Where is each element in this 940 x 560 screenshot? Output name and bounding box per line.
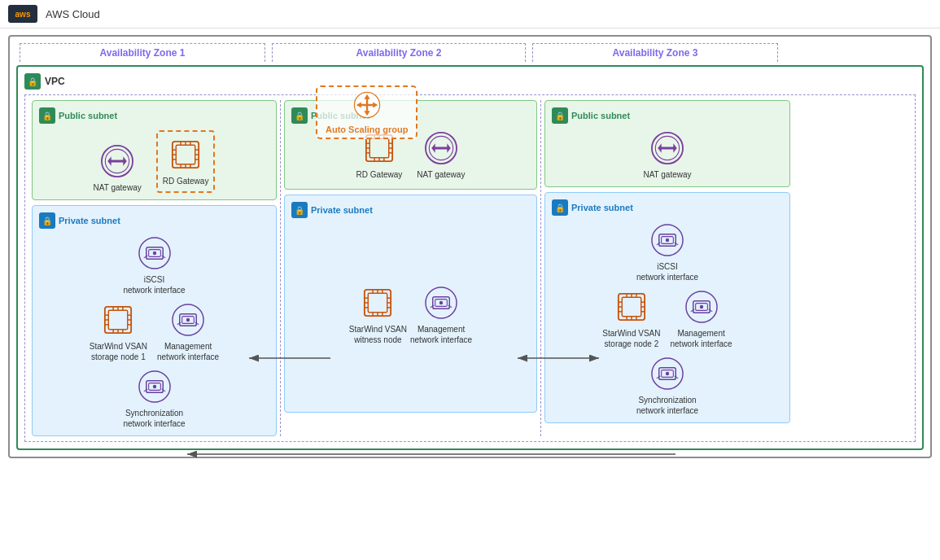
- mgmt-az1-label: Managementnetwork interface: [157, 341, 219, 362]
- az1-header: Availability Zone 1: [20, 43, 265, 62]
- starwind-az1-icon: [100, 302, 136, 338]
- svg-point-118: [699, 305, 702, 308]
- private-row-az2-middle: StarWind VSANwitness node: [349, 285, 472, 345]
- svg-rect-6: [176, 145, 195, 164]
- svg-marker-69: [447, 143, 450, 153]
- iscsi-az1-icon: [137, 235, 173, 271]
- mgmt-az3-label: Managementnetwork interface: [670, 328, 732, 349]
- svg-rect-71: [369, 293, 387, 312]
- public-subnet-az1: 🔒 Public subnet: [32, 100, 277, 200]
- mgmt-az2-label: Managementnetwork interface: [410, 324, 472, 345]
- sync-az3: Synchronizationnetwork interface: [636, 356, 698, 416]
- starwind-az1: StarWind VSANstorage node 1: [90, 302, 147, 362]
- public-subnet-az3-icons: NAT gateway: [552, 130, 783, 180]
- starwind-az3-icon: [614, 289, 649, 325]
- svg-point-98: [666, 238, 669, 242]
- private-subnet-az3: 🔒 Private subnet: [544, 192, 790, 423]
- rd-gateway-az1-label: RD Gateway: [163, 176, 209, 186]
- svg-rect-102: [622, 297, 641, 316]
- iscsi-az3-label: iSCSInetwork interface: [636, 261, 698, 282]
- vpc-lock-icon: 🔒: [24, 73, 41, 90]
- public-subnet-az3-label: 🔒 Public subnet: [552, 107, 783, 124]
- rd-gateway-az2-icon: [361, 130, 397, 166]
- mgmt-az1-icon: [170, 302, 206, 338]
- svg-marker-4: [123, 156, 126, 166]
- private-subnet-az2-label: 🔒 Private subnet: [291, 202, 530, 218]
- svg-point-124: [666, 372, 669, 375]
- public-subnet-az2-label: 🔒 Public subnet: [291, 107, 530, 124]
- svg-marker-3: [107, 156, 111, 166]
- nat-gateway-az3-icon: [649, 130, 685, 166]
- private-subnet-az3-icons: iSCSInetwork interface: [552, 222, 783, 416]
- starwind-az1-label: StarWind VSANstorage node 1: [90, 341, 147, 362]
- nat-gateway-az1-icon: [99, 143, 135, 179]
- starwind-az3: StarWind VSANstorage node 2: [602, 289, 660, 349]
- private-subnet-az2: 🔒 Private subnet: [284, 195, 537, 413]
- mgmt-az3-icon: [684, 289, 719, 325]
- private-subnet-az3-lock: 🔒: [552, 199, 568, 216]
- az3-header: Availability Zone 3: [532, 43, 778, 62]
- vpc-container: 🔒 VPC 🔒 Public subnet: [16, 65, 924, 450]
- iscsi-az1-label: iSCSInetwork interface: [123, 274, 185, 295]
- aws-logo: aws: [8, 5, 37, 23]
- private-row-az3-middle: StarWind VSANstorage node 2: [602, 289, 732, 349]
- nat-gateway-az1-label: NAT gateway: [94, 182, 142, 193]
- private-subnet-az1-icons: iSCSInetwork interface: [39, 235, 269, 429]
- auto-scaling-group-az1: RD Gateway: [156, 130, 216, 193]
- svg-rect-2: [110, 160, 125, 163]
- mgmt-az2-icon: [423, 285, 459, 321]
- vpc-label: 🔒 VPC: [24, 73, 916, 90]
- starwind-az2-label: StarWind VSANwitness node: [349, 324, 407, 345]
- nat-gateway-az2: NAT gateway: [417, 130, 465, 180]
- svg-rect-92: [660, 147, 675, 150]
- az2-header: Availability Zone 2: [272, 43, 526, 62]
- sync-az3-icon: [649, 356, 685, 392]
- aws-cloud-label: AWS Cloud: [46, 8, 100, 20]
- nat-gateway-az2-label: NAT gateway: [417, 169, 465, 180]
- sync-az3-label: Synchronizationnetwork interface: [636, 395, 698, 416]
- az-headers: Availability Zone 1 Availability Zone 2 …: [16, 43, 924, 62]
- public-subnet-az2: 🔒 Public subnet: [284, 100, 537, 190]
- rd-gateway-az1: RD Gateway: [163, 137, 209, 186]
- rd-gateway-az1-icon: [168, 137, 203, 173]
- rd-gateway-az2: RD Gateway: [356, 130, 403, 180]
- rd-gateway-az2-label: RD Gateway: [356, 169, 403, 180]
- sync-az1-label: Synchronizationnetwork interface: [123, 408, 185, 429]
- aws-logo-text: aws: [15, 10, 31, 19]
- nat-gateway-az1: NAT gateway: [94, 143, 142, 193]
- private-row-az1-middle: StarWind VSANstorage node 1: [90, 302, 219, 362]
- public-subnet-az3-lock: 🔒: [552, 107, 568, 124]
- zones-grid: 🔒 Public subnet: [24, 94, 916, 442]
- starwind-az3-label: StarWind VSANstorage node 2: [602, 328, 660, 349]
- main-content: Availability Zone 1 Availability Zone 2 …: [0, 28, 940, 465]
- az1-zone: 🔒 Public subnet: [28, 100, 281, 436]
- public-subnet-az1-label: 🔒 Public subnet: [39, 107, 269, 124]
- mgmt-az2: Managementnetwork interface: [410, 285, 472, 345]
- public-subnet-az1-lock: 🔒: [39, 107, 55, 124]
- nat-gateway-az3-label: NAT gateway: [643, 169, 691, 180]
- aws-header: aws AWS Cloud: [0, 0, 940, 28]
- starwind-az2: StarWind VSANwitness node: [349, 285, 407, 345]
- public-subnet-az2-icons: RD Gateway: [291, 130, 530, 180]
- az2-zone: 🔒 Public subnet: [281, 100, 541, 436]
- az3-zone: 🔒 Public subnet: [541, 100, 794, 436]
- private-subnet-az1-lock: 🔒: [39, 212, 55, 229]
- private-subnet-az1: 🔒 Private subnet: [32, 205, 277, 436]
- public-subnet-az1-icons: NAT gateway: [39, 130, 269, 193]
- nat-gateway-az2-icon: [423, 130, 459, 166]
- public-subnet-az2-lock: 🔒: [291, 107, 308, 124]
- svg-point-42: [186, 318, 190, 322]
- private-subnet-az2-lock: 🔒: [291, 202, 308, 218]
- sync-az1-icon: [137, 369, 173, 405]
- svg-marker-93: [658, 143, 661, 153]
- starwind-az2-icon: [360, 285, 396, 321]
- mgmt-az1: Managementnetwork interface: [157, 302, 219, 362]
- private-subnet-az2-icons: StarWind VSANwitness node: [291, 225, 530, 405]
- mgmt-az3: Managementnetwork interface: [670, 289, 732, 349]
- svg-rect-52: [369, 138, 388, 157]
- svg-rect-67: [434, 147, 448, 150]
- svg-marker-94: [673, 143, 676, 153]
- private-subnet-az3-label: 🔒 Private subnet: [552, 199, 783, 216]
- iscsi-az3-icon: [649, 222, 685, 258]
- iscsi-az3: iSCSInetwork interface: [636, 222, 698, 282]
